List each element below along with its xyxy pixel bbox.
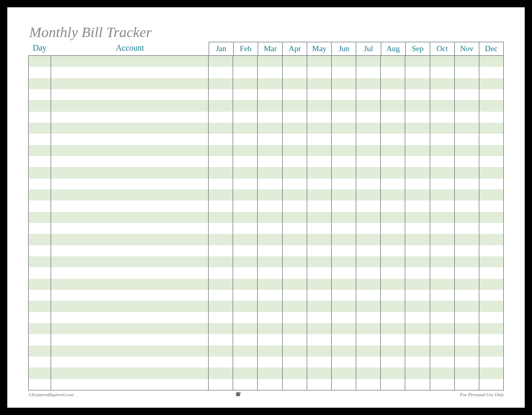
cell-month [209,234,233,245]
cell-month [479,223,504,234]
cell-month [430,89,455,100]
cell-month [381,167,405,178]
cell-day [29,145,51,156]
cell-month [332,256,356,267]
cell-month [209,134,233,145]
cell-month [209,367,233,378]
cell-month [356,323,381,334]
cell-month [455,189,479,200]
cell-month [307,123,332,134]
cell-month [332,78,356,89]
cell-account [51,357,209,367]
cell-month [430,234,455,245]
cell-day [29,67,51,78]
cell-month [332,89,356,100]
cell-month [356,78,381,89]
cell-month [332,279,356,290]
cell-month [209,379,233,390]
cell-account [51,223,209,234]
header-left-group: Day Account [28,42,209,55]
cell-month [455,279,479,290]
cell-month [209,167,233,178]
header-month-nov: Nov [455,42,479,55]
table-row [29,312,504,323]
cell-month [430,200,455,211]
cell-month [479,189,504,200]
table-row [29,123,504,134]
cell-month [430,167,455,178]
cell-month [332,100,356,111]
cell-month [332,223,356,234]
cell-account [51,134,209,145]
cell-month [430,334,455,345]
cell-account [51,312,209,323]
cell-month [332,245,356,256]
cell-month [381,367,405,378]
table-row [29,78,504,89]
cell-month [479,379,504,390]
header-month-may: May [307,42,332,55]
cell-month [209,245,233,256]
cell-month [430,189,455,200]
cell-month [307,223,332,234]
cell-month [233,67,258,78]
cell-month [479,357,504,367]
cell-month [455,100,479,111]
cell-account [51,334,209,345]
cell-day [29,123,51,134]
cell-month [307,234,332,245]
cell-month [209,156,233,167]
cell-month [479,67,504,78]
cell-month [233,312,258,323]
cell-month [479,78,504,89]
cell-month [233,290,258,301]
cell-month [233,112,258,123]
cell-month [233,223,258,234]
cell-day [29,279,51,290]
cell-month [381,145,405,156]
cell-month [430,346,455,357]
cell-day [29,179,51,189]
cell-month [356,112,381,123]
table-header-row: Day Account Jan Feb Mar Apr May Jun Jul … [28,42,504,55]
table-row [29,112,504,123]
cell-month [430,312,455,323]
cell-month [209,123,233,134]
cell-month [209,223,233,234]
cell-month [356,156,381,167]
cell-month [405,112,430,123]
cell-month [405,167,430,178]
cell-month [479,200,504,211]
cell-month [430,156,455,167]
cell-month [405,78,430,89]
cell-month [381,323,405,334]
cell-month [209,56,233,67]
cell-month [430,112,455,123]
cell-month [283,67,307,78]
cell-account [51,323,209,334]
cell-month [479,134,504,145]
cell-account [51,279,209,290]
table-row [29,167,504,178]
cell-month [258,334,282,345]
table-row [29,334,504,345]
cell-month [381,312,405,323]
cell-month [356,134,381,145]
cell-month [283,156,307,167]
cell-month [430,323,455,334]
table-row [29,212,504,223]
cell-month [405,379,430,390]
cell-month [283,279,307,290]
cell-month [381,156,405,167]
cell-month [479,212,504,223]
cell-day [29,301,51,312]
cell-month [381,212,405,223]
cell-month [455,134,479,145]
cell-month [455,212,479,223]
cell-month [455,78,479,89]
cell-month [258,367,282,378]
cell-month [405,145,430,156]
cell-month [233,379,258,390]
cell-month [332,357,356,367]
cell-month [479,89,504,100]
